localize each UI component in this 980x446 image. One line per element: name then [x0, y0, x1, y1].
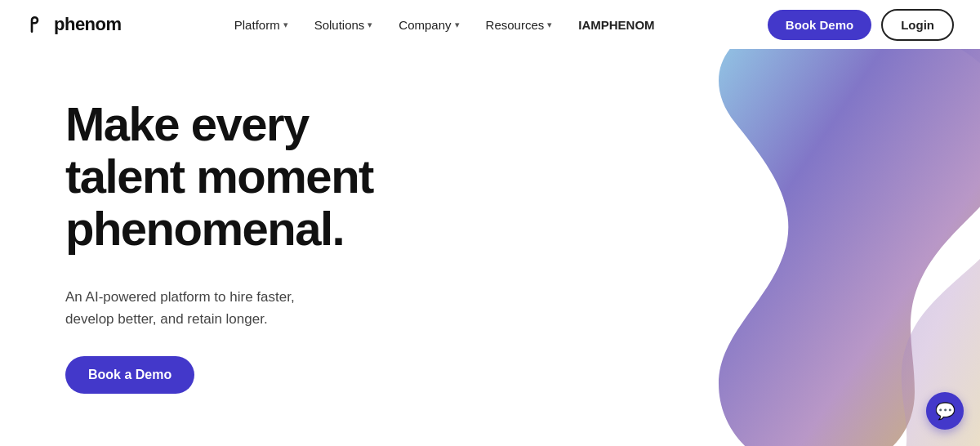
hero-content: Make every talent moment phenomenal. An …	[65, 98, 373, 394]
main-nav: Platform ▾ Solutions ▾ Company ▾ Resourc…	[225, 11, 665, 38]
nav-iamphenom[interactable]: IAMPHENOM	[568, 11, 664, 38]
hero-cta-button[interactable]: Book a Demo	[65, 356, 194, 394]
chevron-down-icon: ▾	[547, 20, 552, 30]
hero-visual-graphic	[457, 49, 980, 446]
logo-text: phenom	[54, 14, 122, 35]
chat-bubble-button[interactable]: 💬	[926, 392, 964, 430]
header-book-demo-button[interactable]: Book Demo	[768, 10, 871, 40]
phenom-logo-icon	[26, 13, 49, 36]
header-login-button[interactable]: Login	[881, 9, 954, 41]
site-header: phenom Platform ▾ Solutions ▾ Company ▾ …	[0, 0, 980, 49]
header-actions: Book Demo Login	[768, 9, 954, 41]
hero-headline: Make every talent moment phenomenal.	[65, 98, 373, 254]
nav-resources[interactable]: Resources ▾	[476, 11, 563, 38]
nav-platform[interactable]: Platform ▾	[225, 11, 298, 38]
chevron-down-icon: ▾	[455, 20, 460, 30]
logo[interactable]: phenom	[26, 13, 122, 36]
nav-solutions[interactable]: Solutions ▾	[305, 11, 383, 38]
hero-subtext: An AI-powered platform to hire faster, d…	[65, 287, 373, 330]
chevron-down-icon: ▾	[368, 20, 372, 30]
chevron-down-icon: ▾	[283, 20, 288, 30]
hero-section: Make every talent moment phenomenal. An …	[0, 49, 980, 446]
nav-company[interactable]: Company ▾	[389, 11, 469, 38]
chat-icon: 💬	[935, 401, 956, 421]
